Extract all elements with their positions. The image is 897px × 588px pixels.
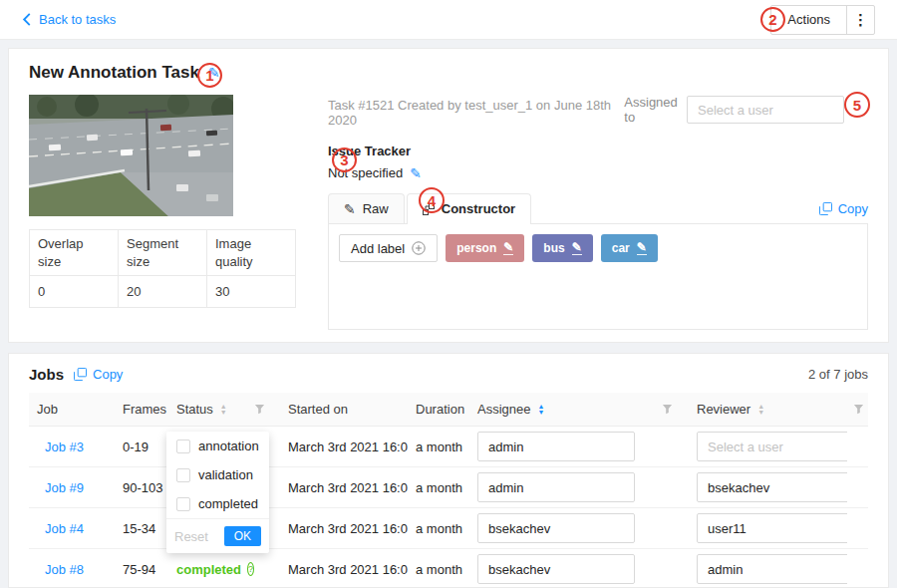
job-link[interactable]: Job #3 [29,440,115,454]
issue-tracker-label: Issue Tracker [328,144,868,158]
assignee-sort-icon[interactable]: ▲▼ [537,404,544,416]
filter-option-annotation[interactable]: annotation [166,432,269,460]
started-cell: March 3rd 2021 16:03 [280,562,408,577]
reviewer-input[interactable] [697,513,847,543]
tab-raw-label: Raw [363,201,389,216]
label-chip-bus[interactable]: bus ✎ [532,234,592,262]
jobs-count: 2 of 7 jobs [808,367,868,382]
param-segment-size-header: Segment size [119,230,207,276]
more-actions-button[interactable]: ⋮ [846,6,874,34]
task-body: Overlap size Segment size Image quality … [29,95,868,330]
frames-cell: 90-103 [115,480,168,495]
started-cell: March 3rd 2021 16:03 [280,521,408,536]
filter-option-annotation-label: annotation [198,439,259,453]
back-chevron-icon [22,13,31,26]
labels-tabs: ✎ Raw Constructor [328,193,868,224]
frames-cell: 75-94 [115,562,168,577]
edit-label-person-icon[interactable]: ✎ [503,241,513,255]
task-meta-row: Task #1521 Created by test_user_1 on Jun… [328,95,868,128]
job-row-8: Job #8 75-94 completed ? March 3rd 2021 … [29,549,868,588]
task-params-table: Overlap size Segment size Image quality … [29,229,296,308]
status-sort-icon[interactable]: ▲▼ [220,404,227,416]
preview-road-scene [29,95,233,216]
col-frames: Frames [115,402,168,417]
task-title: New Annotation Task [29,63,199,83]
assigned-to-block: Assigned to [624,95,844,125]
job-link[interactable]: Job #4 [29,521,115,536]
status-filter-icon[interactable] [238,404,280,415]
task-right-column: Task #1521 Created by test_user_1 on Jun… [328,95,868,330]
checkbox-validation[interactable] [176,468,190,482]
task-preview-image [29,95,233,216]
annotation-marker-5: 5 [844,92,870,118]
col-status-label: Status [176,402,213,417]
job-link[interactable]: Job #8 [29,562,115,577]
copy-labels-label: Copy [838,201,868,216]
col-assignee[interactable]: Assignee ▲▼ [469,402,645,417]
task-details-card: New Annotation Task ✎ [8,48,889,343]
label-chip-car[interactable]: car ✎ [601,234,658,262]
params-value-row: 0 20 30 [30,276,296,308]
jobs-header-row: Jobs Copy 2 of 7 jobs [29,366,868,383]
assignee-input[interactable] [477,513,635,543]
duration-cell: a month [408,521,469,536]
filter-ok-button[interactable]: OK [224,526,261,546]
copy-jobs-label: Copy [93,367,123,382]
vertical-dots-icon: ⋮ [853,11,868,28]
edit-issue-tracker-icon[interactable]: ✎ [410,166,422,180]
filter-option-completed[interactable]: completed [166,489,269,518]
duration-cell: a month [408,440,469,454]
copy-jobs-button[interactable]: Copy [74,367,123,382]
started-cell: March 3rd 2021 16:03 [280,440,408,454]
back-to-tasks-label: Back to tasks [39,12,116,27]
add-label-text: Add label [351,241,405,256]
copy-icon [819,202,832,215]
col-status[interactable]: Status ▲▼ [168,402,238,417]
reviewer-input[interactable] [697,432,847,461]
annotation-marker-3: 3 [332,147,357,172]
status-completed-label: completed [176,562,241,577]
job-row-4: Job #4 15-34 March 3rd 2021 16:03 a mont… [29,508,868,549]
reviewer-filter-icon[interactable] [847,404,870,415]
assignee-filter-icon[interactable] [645,404,689,415]
label-chip-car-name: car [612,241,630,255]
assignee-input[interactable] [477,432,635,461]
tab-constructor-label: Constructor [442,201,515,216]
col-job: Job [29,402,115,417]
filter-option-validation-label: validation [198,467,253,482]
filter-reset-button[interactable]: Reset [174,529,208,544]
label-chip-person-name: person [456,241,496,255]
tab-raw[interactable]: ✎ Raw [328,193,405,223]
reviewer-sort-icon[interactable]: ▲▼ [757,404,764,416]
annotation-marker-4: 4 [419,187,445,213]
reviewer-input[interactable] [697,554,847,584]
question-circle-icon[interactable]: ? [247,562,254,576]
job-link[interactable]: Job #9 [29,480,115,495]
page: Back to tasks Actions ⋮ New Annotation T… [0,0,897,588]
back-to-tasks-link[interactable]: Back to tasks [22,12,116,27]
assigned-to-input[interactable] [687,96,844,124]
labels-panel: Add label person ✎ bus ✎ [328,224,868,330]
assignee-input[interactable] [477,472,635,502]
annotation-marker-2: 2 [760,7,785,32]
filter-option-validation[interactable]: validation [166,460,269,489]
col-reviewer[interactable]: Reviewer ▲▼ [689,402,847,417]
plus-circle-icon [412,241,426,255]
add-label-button[interactable]: Add label [339,234,438,262]
edit-label-bus-icon[interactable]: ✎ [572,241,582,255]
started-cell: March 3rd 2021 16:03 [280,480,408,495]
status-cell: completed ? [168,562,238,577]
task-left-column: Overlap size Segment size Image quality … [29,95,300,330]
params-header-row: Overlap size Segment size Image quality [30,230,296,276]
copy-labels-button[interactable]: Copy [819,201,868,223]
param-image-quality-value: 30 [207,276,296,308]
param-segment-size-value: 20 [119,276,207,308]
checkbox-annotation[interactable] [176,440,190,453]
checkbox-completed[interactable] [176,497,190,511]
reviewer-input[interactable] [697,472,847,502]
assignee-input[interactable] [477,554,635,584]
assigned-to-label: Assigned to [624,95,678,125]
actions-button-group: Actions ⋮ [770,5,875,35]
label-chip-person[interactable]: person ✎ [446,234,524,262]
edit-label-car-icon[interactable]: ✎ [637,241,647,255]
